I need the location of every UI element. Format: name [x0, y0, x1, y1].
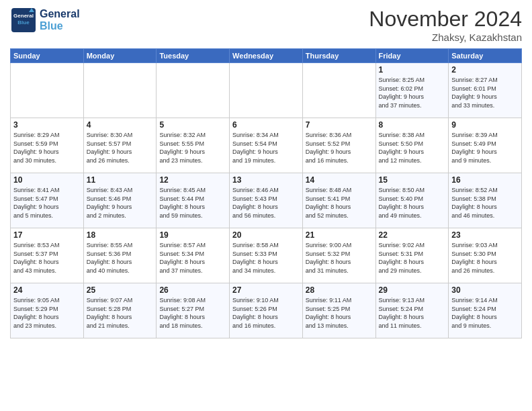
location: Zhaksy, Kazakhstan	[369, 32, 522, 43]
day-number: 15	[379, 175, 446, 185]
calendar-cell: 27Sunrise: 9:10 AM Sunset: 5:26 PM Dayli…	[230, 283, 303, 338]
logo-text-line2: Blue	[40, 20, 80, 32]
day-number: 24	[13, 285, 81, 295]
day-info: Sunrise: 8:46 AM Sunset: 5:43 PM Dayligh…	[232, 186, 300, 220]
calendar-cell: 3Sunrise: 8:29 AM Sunset: 5:59 PM Daylig…	[11, 118, 84, 173]
calendar-cell	[230, 63, 303, 118]
logo-icon: General Blue	[10, 7, 37, 34]
day-number: 4	[87, 120, 154, 130]
calendar-cell: 22Sunrise: 9:02 AM Sunset: 5:31 PM Dayli…	[375, 228, 449, 283]
day-number: 2	[451, 65, 519, 75]
calendar-cell	[157, 63, 230, 118]
day-number: 8	[379, 120, 446, 130]
calendar-cell: 11Sunrise: 8:43 AM Sunset: 5:46 PM Dayli…	[83, 173, 157, 228]
day-info: Sunrise: 8:27 AM Sunset: 6:01 PM Dayligh…	[451, 76, 519, 109]
logo-text-line1: General	[40, 8, 80, 20]
calendar-cell: 25Sunrise: 9:07 AM Sunset: 5:28 PM Dayli…	[83, 283, 157, 338]
col-monday: Monday	[83, 49, 157, 63]
calendar-cell: 15Sunrise: 8:50 AM Sunset: 5:40 PM Dayli…	[375, 173, 449, 228]
calendar-cell: 24Sunrise: 9:05 AM Sunset: 5:29 PM Dayli…	[11, 283, 84, 338]
day-info: Sunrise: 8:52 AM Sunset: 5:38 PM Dayligh…	[451, 186, 519, 220]
day-number: 6	[232, 120, 300, 130]
day-number: 19	[159, 230, 226, 240]
day-info: Sunrise: 8:30 AM Sunset: 5:57 PM Dayligh…	[87, 131, 154, 165]
col-wednesday: Wednesday	[230, 49, 303, 63]
day-number: 3	[13, 120, 81, 130]
calendar-cell: 30Sunrise: 9:14 AM Sunset: 5:24 PM Dayli…	[449, 283, 522, 338]
calendar-cell: 23Sunrise: 9:03 AM Sunset: 5:30 PM Dayli…	[449, 228, 522, 283]
day-number: 22	[379, 230, 446, 240]
day-number: 14	[306, 175, 373, 185]
day-info: Sunrise: 8:39 AM Sunset: 5:49 PM Dayligh…	[451, 131, 519, 165]
day-number: 7	[306, 120, 373, 130]
calendar-cell: 18Sunrise: 8:55 AM Sunset: 5:36 PM Dayli…	[83, 228, 157, 283]
calendar-cell: 13Sunrise: 8:46 AM Sunset: 5:43 PM Dayli…	[230, 173, 303, 228]
day-info: Sunrise: 9:03 AM Sunset: 5:30 PM Dayligh…	[451, 241, 519, 275]
day-number: 29	[379, 285, 446, 295]
day-number: 27	[232, 285, 300, 295]
day-number: 5	[159, 120, 226, 130]
day-info: Sunrise: 9:10 AM Sunset: 5:26 PM Dayligh…	[232, 296, 300, 330]
logo: General Blue General Blue	[10, 7, 80, 34]
day-number: 10	[13, 175, 81, 185]
day-number: 21	[306, 230, 373, 240]
page: General Blue General Blue November 2024 …	[0, 0, 532, 411]
day-info: Sunrise: 8:36 AM Sunset: 5:52 PM Dayligh…	[306, 131, 373, 165]
col-tuesday: Tuesday	[157, 49, 230, 63]
calendar-cell: 7Sunrise: 8:36 AM Sunset: 5:52 PM Daylig…	[302, 118, 375, 173]
day-number: 30	[451, 285, 519, 295]
calendar-cell: 9Sunrise: 8:39 AM Sunset: 5:49 PM Daylig…	[449, 118, 522, 173]
day-info: Sunrise: 8:34 AM Sunset: 5:54 PM Dayligh…	[232, 131, 300, 165]
svg-text:Blue: Blue	[17, 19, 30, 26]
svg-text:General: General	[13, 13, 34, 19]
day-info: Sunrise: 8:25 AM Sunset: 6:02 PM Dayligh…	[379, 76, 446, 109]
day-number: 25	[87, 285, 154, 295]
col-sunday: Sunday	[11, 49, 84, 63]
day-number: 9	[451, 120, 519, 130]
calendar: Sunday Monday Tuesday Wednesday Thursday…	[10, 48, 522, 338]
day-info: Sunrise: 9:05 AM Sunset: 5:29 PM Dayligh…	[13, 296, 81, 330]
title-block: November 2024 Zhaksy, Kazakhstan	[369, 7, 522, 43]
day-info: Sunrise: 9:02 AM Sunset: 5:31 PM Dayligh…	[379, 241, 446, 275]
day-info: Sunrise: 9:07 AM Sunset: 5:28 PM Dayligh…	[87, 296, 154, 330]
calendar-cell: 4Sunrise: 8:30 AM Sunset: 5:57 PM Daylig…	[83, 118, 157, 173]
day-info: Sunrise: 8:45 AM Sunset: 5:44 PM Dayligh…	[159, 186, 226, 220]
calendar-header-row: Sunday Monday Tuesday Wednesday Thursday…	[11, 49, 522, 63]
calendar-cell: 28Sunrise: 9:11 AM Sunset: 5:25 PM Dayli…	[302, 283, 375, 338]
day-number: 23	[451, 230, 519, 240]
calendar-cell: 14Sunrise: 8:48 AM Sunset: 5:41 PM Dayli…	[302, 173, 375, 228]
day-info: Sunrise: 8:58 AM Sunset: 5:33 PM Dayligh…	[232, 241, 300, 275]
calendar-week-row: 17Sunrise: 8:53 AM Sunset: 5:37 PM Dayli…	[11, 228, 522, 283]
day-number: 20	[232, 230, 300, 240]
day-number: 16	[451, 175, 519, 185]
day-info: Sunrise: 8:50 AM Sunset: 5:40 PM Dayligh…	[379, 186, 446, 220]
day-info: Sunrise: 8:57 AM Sunset: 5:34 PM Dayligh…	[159, 241, 226, 275]
calendar-cell: 20Sunrise: 8:58 AM Sunset: 5:33 PM Dayli…	[230, 228, 303, 283]
month-title: November 2024	[369, 7, 522, 32]
header: General Blue General Blue November 2024 …	[10, 7, 522, 43]
calendar-cell: 26Sunrise: 9:08 AM Sunset: 5:27 PM Dayli…	[157, 283, 230, 338]
day-number: 1	[379, 65, 446, 75]
calendar-cell: 8Sunrise: 8:38 AM Sunset: 5:50 PM Daylig…	[375, 118, 449, 173]
calendar-cell: 19Sunrise: 8:57 AM Sunset: 5:34 PM Dayli…	[157, 228, 230, 283]
calendar-cell: 16Sunrise: 8:52 AM Sunset: 5:38 PM Dayli…	[449, 173, 522, 228]
day-info: Sunrise: 9:00 AM Sunset: 5:32 PM Dayligh…	[306, 241, 373, 275]
col-thursday: Thursday	[302, 49, 375, 63]
calendar-week-row: 24Sunrise: 9:05 AM Sunset: 5:29 PM Dayli…	[11, 283, 522, 338]
day-info: Sunrise: 9:13 AM Sunset: 5:24 PM Dayligh…	[379, 296, 446, 330]
day-info: Sunrise: 8:38 AM Sunset: 5:50 PM Dayligh…	[379, 131, 446, 165]
calendar-week-row: 1Sunrise: 8:25 AM Sunset: 6:02 PM Daylig…	[11, 63, 522, 118]
day-info: Sunrise: 8:41 AM Sunset: 5:47 PM Dayligh…	[13, 186, 81, 220]
calendar-cell	[11, 63, 84, 118]
calendar-cell: 10Sunrise: 8:41 AM Sunset: 5:47 PM Dayli…	[11, 173, 84, 228]
day-info: Sunrise: 8:53 AM Sunset: 5:37 PM Dayligh…	[13, 241, 81, 275]
col-friday: Friday	[375, 49, 449, 63]
day-info: Sunrise: 8:48 AM Sunset: 5:41 PM Dayligh…	[306, 186, 373, 220]
day-info: Sunrise: 8:55 AM Sunset: 5:36 PM Dayligh…	[87, 241, 154, 275]
day-info: Sunrise: 9:14 AM Sunset: 5:24 PM Dayligh…	[451, 296, 519, 330]
day-number: 28	[306, 285, 373, 295]
calendar-cell: 1Sunrise: 8:25 AM Sunset: 6:02 PM Daylig…	[375, 63, 449, 118]
day-number: 11	[87, 175, 154, 185]
calendar-cell: 12Sunrise: 8:45 AM Sunset: 5:44 PM Dayli…	[157, 173, 230, 228]
day-info: Sunrise: 8:43 AM Sunset: 5:46 PM Dayligh…	[87, 186, 154, 220]
